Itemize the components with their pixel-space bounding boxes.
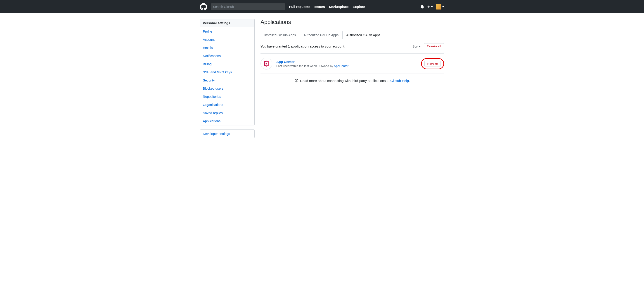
github-help-link[interactable]: GitHub Help <box>390 79 409 83</box>
grant-summary-text: You have granted 1 application access to… <box>260 44 345 48</box>
grant-actions: Sort Revoke all <box>412 43 444 49</box>
tab-authorized-oauth-apps[interactable]: Authorized OAuth Apps <box>342 31 384 39</box>
help-period: . <box>409 79 410 83</box>
grant-prefix: You have granted <box>260 44 288 48</box>
personal-settings-menu: Personal settings Profile Account Emails… <box>200 19 254 125</box>
sidebar-item-applications[interactable]: Applications <box>200 117 254 125</box>
page-title: Applications <box>260 19 444 25</box>
sidebar-item-profile[interactable]: Profile <box>200 27 254 36</box>
app-tabs: Installed GitHub Apps Authorized GitHub … <box>260 31 444 39</box>
oauth-app-row: App Center Last used within the last wee… <box>260 54 444 74</box>
sidebar-item-repositories[interactable]: Repositories <box>200 93 254 101</box>
grant-summary-row: You have granted 1 application access to… <box>260 43 444 54</box>
revoke-highlight-circle: Revoke <box>421 58 444 69</box>
notifications-icon[interactable] <box>420 5 424 9</box>
nav-pull-requests[interactable]: Pull requests <box>289 5 310 9</box>
create-new-dropdown[interactable] <box>427 5 433 8</box>
page-container: Personal settings Profile Account Emails… <box>200 19 444 142</box>
grant-count: 1 <box>288 44 290 48</box>
sidebar-item-ssh[interactable]: SSH and GPG keys <box>200 68 254 76</box>
nav-issues[interactable]: Issues <box>314 5 325 9</box>
github-logo-icon[interactable] <box>200 3 207 11</box>
grant-suffix: access to your account. <box>309 44 345 48</box>
help-text: Read more about connecting with third-pa… <box>300 79 390 83</box>
app-last-used: Last used within the last week <box>276 64 317 68</box>
revoke-all-button[interactable]: Revoke all <box>424 43 444 49</box>
user-avatar-dropdown[interactable] <box>436 4 444 10</box>
search-input[interactable] <box>211 4 285 10</box>
nav-marketplace[interactable]: Marketplace <box>329 5 349 9</box>
help-row: Read more about connecting with third-pa… <box>260 74 444 88</box>
grant-appword: application <box>290 44 309 48</box>
app-center-icon <box>260 58 272 70</box>
app-name-link[interactable]: App Center <box>276 60 295 64</box>
sidebar-item-billing[interactable]: Billing <box>200 60 254 68</box>
app-owner-link[interactable]: AppCenter <box>334 64 348 68</box>
sidebar-item-account[interactable]: Account <box>200 36 254 44</box>
sort-dropdown[interactable]: Sort <box>412 45 420 48</box>
settings-sidebar: Personal settings Profile Account Emails… <box>200 19 254 142</box>
svg-rect-0 <box>266 63 267 65</box>
app-owned-by-prefix: · Owned by <box>317 64 334 68</box>
app-meta: Last used within the last week · Owned b… <box>276 64 421 68</box>
primary-nav: Pull requests Issues Marketplace Explore <box>289 5 365 9</box>
header-right <box>420 4 444 10</box>
app-info: App Center Last used within the last wee… <box>276 60 421 68</box>
info-icon <box>295 79 298 82</box>
main-content: Applications Installed GitHub Apps Autho… <box>260 19 444 142</box>
sidebar-item-organizations[interactable]: Organizations <box>200 101 254 109</box>
sidebar-item-blocked[interactable]: Blocked users <box>200 84 254 93</box>
header-inner: Pull requests Issues Marketplace Explore <box>200 3 444 11</box>
sidebar-item-notifications[interactable]: Notifications <box>200 52 254 60</box>
revoke-button[interactable]: Revoke <box>424 61 441 67</box>
tab-installed-github-apps[interactable]: Installed GitHub Apps <box>260 31 300 39</box>
personal-settings-heading: Personal settings <box>200 19 254 27</box>
tab-authorized-github-apps[interactable]: Authorized GitHub Apps <box>300 31 342 39</box>
sidebar-item-developer-settings[interactable]: Developer settings <box>200 130 254 138</box>
avatar-icon <box>436 4 442 10</box>
developer-settings-menu: Developer settings <box>200 129 254 138</box>
sidebar-item-security[interactable]: Security <box>200 76 254 84</box>
nav-explore[interactable]: Explore <box>353 5 365 9</box>
global-header: Pull requests Issues Marketplace Explore <box>0 0 644 13</box>
sidebar-item-saved-replies[interactable]: Saved replies <box>200 109 254 117</box>
sidebar-item-emails[interactable]: Emails <box>200 44 254 52</box>
